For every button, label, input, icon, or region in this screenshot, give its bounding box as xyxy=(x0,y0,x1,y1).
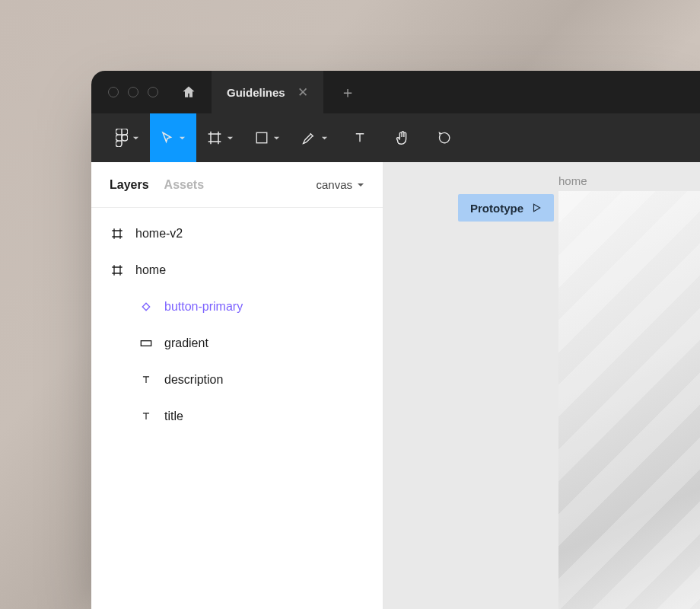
layer-label: gradient xyxy=(164,336,208,350)
sidebar-tabs: Layers Assets canvas xyxy=(91,162,383,208)
prototype-chip-label: Prototype xyxy=(470,202,523,215)
layer-row[interactable]: home xyxy=(91,252,383,289)
layer-label: title xyxy=(164,410,183,423)
figma-menu-button[interactable] xyxy=(105,113,150,162)
page-selector-label: canvas xyxy=(316,178,352,191)
move-tool-button[interactable] xyxy=(150,113,196,162)
frame-tool-button[interactable] xyxy=(196,113,244,162)
frame-icon xyxy=(110,228,125,240)
text-tool-button[interactable] xyxy=(339,113,381,162)
home-button[interactable] xyxy=(181,84,196,100)
frame-icon xyxy=(110,264,125,276)
frame-label[interactable]: home xyxy=(558,174,587,187)
text-icon xyxy=(138,375,154,385)
play-icon xyxy=(531,202,542,213)
text-icon xyxy=(138,411,154,422)
pen-tool-button[interactable] xyxy=(291,113,339,162)
tab-assets[interactable]: Assets xyxy=(164,178,204,192)
layers-panel: home-v2 home button-primary xyxy=(91,208,383,442)
svg-rect-2 xyxy=(142,303,149,310)
app-window: Guidelines ✕ ＋ xyxy=(91,71,700,609)
toolbar xyxy=(91,113,700,162)
canvas[interactable]: home Prototype xyxy=(383,162,700,609)
layer-label: home-v2 xyxy=(135,227,183,241)
add-tab-button[interactable]: ＋ xyxy=(340,82,355,103)
close-tab-icon[interactable]: ✕ xyxy=(298,84,308,100)
tab-layers[interactable]: Layers xyxy=(110,178,149,192)
layer-row[interactable]: home-v2 xyxy=(91,215,383,252)
document-tab[interactable]: Guidelines ✕ xyxy=(212,71,323,113)
svg-rect-1 xyxy=(256,132,267,143)
layer-row[interactable]: button-primary xyxy=(91,289,383,325)
layer-row[interactable]: title xyxy=(91,398,383,435)
layer-row[interactable]: gradient xyxy=(91,325,383,362)
component-icon xyxy=(138,301,154,313)
layer-row[interactable]: description xyxy=(91,362,383,398)
layer-label: home xyxy=(135,263,166,277)
rect-icon xyxy=(138,340,154,347)
layer-label: button-primary xyxy=(164,300,243,314)
frame-home[interactable] xyxy=(558,191,700,609)
shape-tool-button[interactable] xyxy=(244,113,291,162)
left-sidebar: Layers Assets canvas home-v2 xyxy=(91,162,383,609)
page-selector[interactable]: canvas xyxy=(316,178,364,191)
prototype-chip[interactable]: Prototype xyxy=(458,194,554,222)
body: Layers Assets canvas home-v2 xyxy=(91,162,700,609)
svg-rect-3 xyxy=(141,341,151,346)
layer-label: description xyxy=(164,373,223,387)
comment-tool-button[interactable] xyxy=(424,113,466,162)
tab-title: Guidelines xyxy=(227,86,285,99)
svg-point-0 xyxy=(122,135,128,141)
hand-tool-button[interactable] xyxy=(381,113,424,162)
titlebar: Guidelines ✕ ＋ xyxy=(91,71,700,113)
chevron-down-icon xyxy=(357,181,364,189)
traffic-min-icon[interactable] xyxy=(128,87,138,97)
window-traffic-lights xyxy=(108,87,158,97)
traffic-close-icon[interactable] xyxy=(108,87,119,97)
traffic-max-icon[interactable] xyxy=(148,87,158,97)
